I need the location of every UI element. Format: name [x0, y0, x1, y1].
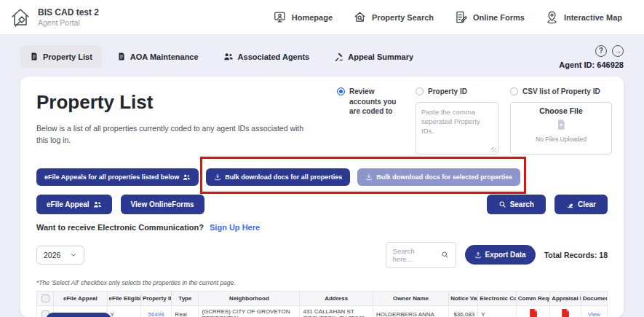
cell-type: Real [172, 305, 199, 317]
tab-property-list[interactable]: Property List [20, 45, 102, 68]
nav-item-online-forms[interactable]: Online Forms [454, 10, 525, 24]
property-table: eFile Appeal eFile Eligible Property ID … [36, 291, 608, 317]
export-data-button[interactable]: Export Data [465, 245, 536, 265]
table-row: Appealed Y 56498 Real (GCRRES) CITY OF G… [37, 305, 608, 317]
pdf-icon[interactable] [561, 313, 569, 317]
sign-up-here-link[interactable]: Sign Up Here [210, 223, 260, 232]
search-icon [498, 200, 506, 208]
agent-id-label: Agent ID: 646928 [559, 60, 624, 69]
col-neighborhood[interactable]: Neighborhood [199, 291, 300, 305]
nav-label: Property Search [372, 13, 434, 22]
button-label: View OnlineForms [131, 200, 194, 208]
page-body: Property List AOA Maintenance A [0, 35, 644, 317]
online-forms-icon [454, 10, 468, 24]
agent-portal-screen: BIS CAD test 2 Agent Portal Homepage [0, 0, 644, 317]
view-documents-link[interactable]: View [588, 311, 600, 317]
nav-label: Interactive Map [564, 13, 622, 22]
radio-icon[interactable] [416, 87, 424, 95]
property-id-link[interactable]: 56498 [148, 311, 164, 317]
select-all-note: *The 'Select All' checkbox only selects … [36, 279, 608, 286]
radio-label: Property ID [428, 87, 467, 97]
bulk-download-selected-button[interactable]: Bulk download docs for selected properti… [357, 168, 520, 186]
radio-property-id[interactable]: Property ID [416, 87, 498, 97]
col-owner-name[interactable]: Owner Name [373, 291, 448, 305]
people-icon [183, 173, 191, 181]
tab-associated-agents[interactable]: Associated Agents [214, 45, 319, 68]
interactive-map-icon [545, 10, 559, 24]
nav-label: Online Forms [473, 13, 525, 22]
filter-options: Review accounts you are coded to Propert… [337, 87, 612, 154]
col-efile-appeal[interactable]: eFile Appeal [54, 291, 107, 305]
view-onlineforms-button[interactable]: View OnlineForms [121, 195, 204, 214]
col-documents[interactable]: Documents [581, 291, 607, 305]
choose-file-label: Choose File [511, 106, 611, 115]
nav-label: Homepage [292, 13, 333, 22]
tab-row: Property List AOA Maintenance A [20, 45, 624, 69]
app-brand: BIS CAD test 2 Agent Portal [9, 6, 99, 29]
cell-electronic-comm: Y [478, 305, 517, 317]
search-button[interactable]: Search [487, 195, 546, 214]
efile-appeals-all-button[interactable]: eFile Appeals for all properties listed … [36, 168, 199, 186]
cell-owner: HOLDERBERG ANNA [373, 305, 448, 317]
tab-label: Appeal Summary [348, 52, 413, 61]
cell-address: 431 CALLAHAN ST GROVETON, TX 75845 [300, 305, 373, 317]
ecomm-question: Want to receive Electronic Communication… [36, 223, 204, 232]
arrow-right-icon[interactable]: → [612, 45, 624, 57]
button-label: Bulk download docs for all properties [225, 173, 342, 181]
eraser-icon [566, 200, 574, 208]
radio-review-accounts[interactable]: Review accounts you are coded to [337, 87, 404, 154]
nav-item-interactive-map[interactable]: Interactive Map [545, 10, 622, 24]
export-icon [474, 251, 482, 259]
property-list-card: Property List Below is a list of all pro… [20, 77, 624, 317]
partial-bottom-button[interactable] [46, 313, 111, 317]
help-icon[interactable]: ? [595, 45, 607, 57]
cell-neighborhood: (GCRRES) CITY OF GROVETON RESIDENTIAL [199, 305, 300, 317]
table-search-input[interactable]: Search here... [386, 242, 456, 268]
radio-csv-list[interactable]: CSV list of Property ID [510, 87, 612, 97]
download-icon [365, 173, 373, 181]
property-ids-textarea[interactable]: Paste the comma seperated Property IDs. [416, 102, 498, 154]
bulk-download-all-button[interactable]: Bulk download docs for all properties [206, 168, 350, 186]
choose-file-dropzone[interactable]: Choose File No Files Uploaded [510, 102, 612, 154]
col-notice-value[interactable]: Notice Value [449, 291, 478, 305]
col-efile-eligible[interactable]: eFile Eligible [107, 291, 140, 305]
col-electronic-comm[interactable]: Electronic Comme [478, 291, 517, 305]
select-all-checkbox[interactable] [41, 294, 49, 302]
electronic-communication-line: Want to receive Electronic Communication… [36, 223, 608, 232]
total-records-label: Total Records: 18 [544, 251, 608, 259]
clear-button[interactable]: Clear [554, 195, 608, 214]
search-placeholder: Search here... [393, 247, 435, 263]
button-label: Export Data [485, 251, 526, 259]
year-selected-value: 2026 [44, 251, 60, 259]
year-select[interactable]: 2026 [36, 246, 84, 265]
col-address[interactable]: Address [300, 291, 373, 305]
nav-item-homepage[interactable]: Homepage [273, 10, 333, 24]
gavel-icon [334, 52, 343, 61]
tab-label: AOA Maintenance [130, 52, 199, 61]
radio-icon[interactable] [510, 87, 518, 95]
button-label: Bulk download docs for selected properti… [376, 173, 512, 181]
secondary-actions-row: eFile Appeal View OnlineForms Se [36, 195, 608, 214]
app-title: BIS CAD test 2 [38, 7, 99, 17]
tab-label: Associated Agents [238, 52, 310, 61]
homepage-icon [273, 10, 287, 24]
tabs: Property List AOA Maintenance A [20, 45, 423, 68]
document-icon [117, 52, 126, 61]
nav-item-property-search[interactable]: Property Search [353, 10, 434, 24]
col-appraisal-notice[interactable]: Appraisal Notice [550, 291, 581, 305]
radio-selected-icon[interactable] [337, 87, 345, 95]
tools-row: 2026 Search here... [36, 242, 608, 268]
radio-label: CSV list of Property ID [522, 87, 600, 97]
pdf-icon[interactable] [529, 313, 537, 317]
tab-row-right: ? → Agent ID: 646928 [559, 45, 624, 69]
col-type[interactable]: Type [172, 291, 199, 305]
table-header-row: eFile Appeal eFile Eligible Property ID … [37, 291, 608, 305]
no-files-label: No Files Uploaded [511, 136, 611, 143]
tab-appeal-summary[interactable]: Appeal Summary [325, 45, 423, 68]
file-upload-icon [511, 119, 611, 133]
col-comm-request[interactable]: Comm Request [516, 291, 549, 305]
efile-appeal-button[interactable]: eFile Appeal [36, 195, 112, 214]
col-property-id[interactable]: Property ID ↓ [140, 291, 171, 305]
tab-aoa-maintenance[interactable]: AOA Maintenance [108, 45, 208, 68]
button-label: Search [510, 200, 534, 208]
